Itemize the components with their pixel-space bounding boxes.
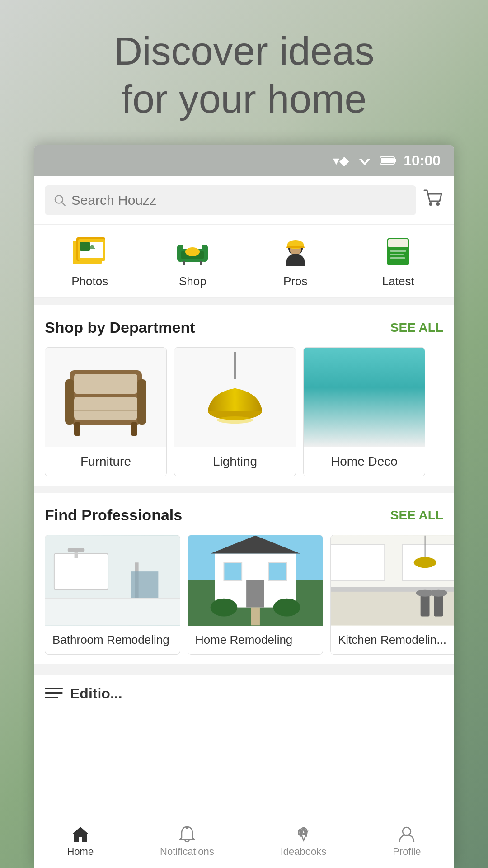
battery-icon [380, 156, 396, 165]
notifications-nav-label: Notifications [160, 846, 214, 858]
pros-see-all-button[interactable]: SEE ALL [390, 508, 443, 523]
profile-nav-label: Profile [393, 846, 421, 858]
hero-section: Discover ideas for your home [0, 27, 488, 123]
wifi-icon [357, 155, 373, 166]
svg-rect-41 [131, 422, 137, 436]
svg-rect-71 [434, 594, 443, 617]
home-deco-card[interactable]: Home Deco [303, 347, 425, 476]
svg-rect-67 [331, 545, 385, 580]
nav-icons-row: Photos [34, 225, 454, 298]
hero-title: Discover ideas for your home [0, 27, 488, 123]
search-icon [54, 194, 66, 207]
svg-point-62 [273, 599, 300, 617]
furniture-label: Furniture [45, 447, 166, 476]
pros-icon [275, 234, 316, 270]
lighting-label: Lighting [174, 447, 296, 476]
wifi-icon: ▾◆ [333, 153, 349, 168]
find-professionals-section: Find Professionals SEE ALL [34, 493, 454, 664]
section-divider-1 [34, 298, 454, 305]
furniture-image [45, 348, 166, 447]
app-content: Photos [34, 176, 454, 814]
home-remodeling-label: Home Remodeling [188, 626, 323, 654]
search-input[interactable] [71, 193, 407, 208]
notifications-icon [178, 825, 196, 843]
pros-section-title: Find Professionals [45, 506, 182, 524]
shop-see-all-button[interactable]: SEE ALL [390, 321, 443, 335]
bathroom-photo [45, 535, 180, 626]
photos-icon [70, 234, 110, 270]
home-icon [71, 825, 89, 843]
svg-rect-37 [74, 374, 137, 394]
furniture-card[interactable]: Furniture [45, 347, 167, 476]
list-icon [45, 686, 63, 702]
svg-rect-27 [286, 246, 305, 248]
bottom-nav-home[interactable]: Home [67, 825, 94, 858]
svg-rect-4 [394, 159, 396, 162]
kitchen-label: Kitchen Remodelin... [331, 626, 454, 654]
latest-icon [378, 234, 418, 270]
phone-container: ▾◆ 10:00 [34, 145, 454, 868]
section-divider-2 [34, 486, 454, 493]
section-divider-3 [34, 664, 454, 671]
svg-rect-22 [200, 261, 202, 265]
latest-label: Latest [382, 274, 414, 288]
svg-rect-63 [251, 608, 260, 626]
svg-rect-39 [137, 379, 146, 425]
nav-photos[interactable]: Photos [70, 234, 110, 288]
shop-by-department-section: Shop by Department SEE ALL [34, 305, 454, 486]
nav-pros[interactable]: Pros [275, 234, 316, 288]
svg-rect-75 [45, 688, 63, 689]
bottom-nav: Home Notifications Ideabooks [34, 814, 454, 868]
svg-rect-40 [74, 422, 80, 436]
svg-rect-60 [246, 580, 264, 608]
bathroom-card[interactable]: Bathroom Remodeling [45, 535, 180, 655]
nav-latest[interactable]: Latest [378, 234, 418, 288]
pros-label: Pros [283, 274, 307, 288]
bottom-nav-notifications[interactable]: Notifications [160, 825, 214, 858]
search-wrapper [45, 185, 416, 215]
lighting-image [174, 348, 296, 447]
lighting-card[interactable]: Lighting [174, 347, 296, 476]
shop-section-header: Shop by Department SEE ALL [45, 319, 443, 336]
bathroom-label: Bathroom Remodeling [45, 626, 180, 654]
photos-label: Photos [71, 274, 108, 288]
svg-rect-35 [74, 396, 137, 420]
svg-rect-76 [45, 692, 63, 694]
svg-rect-47 [54, 553, 108, 589]
svg-rect-58 [224, 562, 242, 580]
bathroom-bg [45, 535, 180, 626]
partial-section-title: Editio... [70, 685, 122, 702]
kitchen-card[interactable]: Kitchen Remodelin... [330, 535, 454, 655]
svg-point-20 [185, 247, 200, 256]
svg-marker-78 [72, 827, 89, 842]
bottom-nav-profile[interactable]: Profile [393, 825, 421, 858]
home-deco-bg [304, 348, 425, 447]
profile-icon [398, 825, 416, 843]
professionals-cards-row: Bathroom Remodeling [45, 535, 443, 655]
shop-label: Shop [179, 274, 206, 288]
svg-rect-49 [68, 548, 85, 552]
svg-rect-51 [131, 571, 159, 599]
ideabooks-icon [295, 825, 313, 843]
svg-rect-77 [45, 697, 58, 698]
pros-section-header: Find Professionals SEE ALL [45, 506, 443, 524]
home-deco-label: Home Deco [304, 447, 425, 476]
nav-shop[interactable]: Shop [172, 234, 213, 288]
svg-rect-31 [390, 250, 406, 252]
home-remodeling-card[interactable]: Home Remodeling [188, 535, 323, 655]
search-bar-container [34, 176, 454, 225]
svg-point-9 [436, 202, 440, 206]
svg-rect-33 [390, 257, 405, 259]
bottom-nav-ideabooks[interactable]: Ideabooks [281, 825, 327, 858]
svg-point-8 [429, 202, 432, 206]
kitchen-bg [331, 535, 454, 626]
shop-section-title: Shop by Department [45, 319, 195, 336]
svg-rect-38 [65, 379, 74, 425]
cart-button[interactable] [423, 189, 443, 212]
home-deco-image [304, 348, 425, 447]
svg-point-80 [403, 827, 411, 835]
department-cards-row: Furniture [45, 347, 443, 476]
svg-rect-21 [183, 261, 185, 265]
shop-icon [172, 234, 213, 270]
svg-line-7 [62, 203, 65, 206]
